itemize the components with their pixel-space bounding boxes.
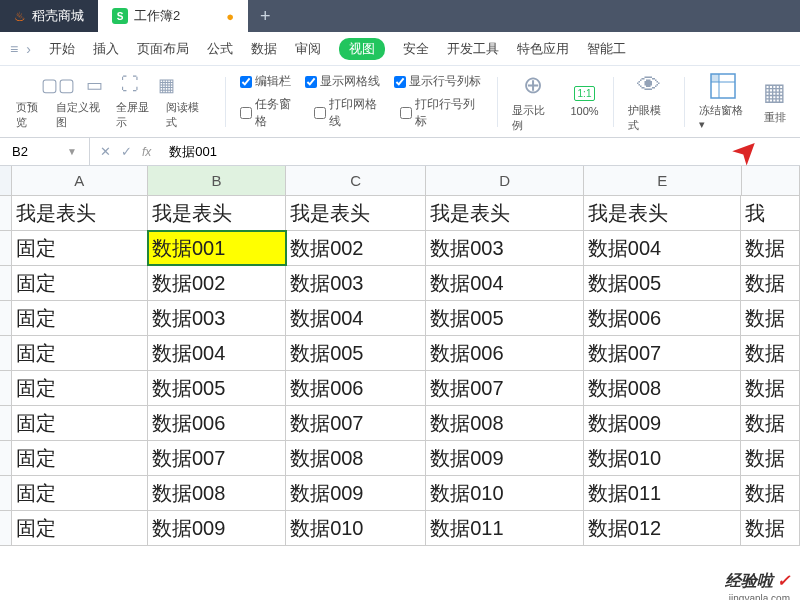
cell[interactable]: 数据008 — [286, 441, 426, 475]
cell[interactable]: 数据011 — [584, 476, 742, 510]
cell[interactable]: 数据008 — [584, 371, 742, 405]
cell[interactable]: 固定 — [12, 511, 148, 545]
cell[interactable]: 数据007 — [148, 441, 286, 475]
cell[interactable]: 数据010 — [286, 511, 426, 545]
cell[interactable]: 数据 — [741, 511, 800, 545]
cell[interactable]: 数据005 — [426, 301, 584, 335]
menu-layout[interactable]: 页面布局 — [137, 40, 189, 58]
cell[interactable]: 数据004 — [148, 336, 286, 370]
page-preview-icon[interactable]: ▢▢ — [46, 74, 70, 96]
cell[interactable]: 数据006 — [584, 301, 742, 335]
cell[interactable]: 固定 — [12, 406, 148, 440]
cell[interactable]: 固定 — [12, 231, 148, 265]
cell[interactable]: 我是表头 — [148, 196, 286, 230]
cell[interactable]: 数据003 — [148, 301, 286, 335]
eye-mode-button[interactable]: 👁 护眼模式 — [622, 71, 676, 133]
cell[interactable]: 数据003 — [426, 231, 584, 265]
cell[interactable]: 固定 — [12, 441, 148, 475]
row-header[interactable] — [0, 266, 12, 300]
freeze-panes-button[interactable]: 冻结窗格▾ — [693, 73, 753, 131]
row-header[interactable] — [0, 231, 12, 265]
cell[interactable]: 固定 — [12, 266, 148, 300]
cell[interactable]: 我是表头 — [584, 196, 742, 230]
cell[interactable]: 数据009 — [426, 441, 584, 475]
cell[interactable]: 数据009 — [286, 476, 426, 510]
menu-devtools[interactable]: 开发工具 — [447, 40, 499, 58]
menu-security[interactable]: 安全 — [403, 40, 429, 58]
cell[interactable]: 数据007 — [584, 336, 742, 370]
col-header-a[interactable]: A — [12, 166, 148, 195]
chk-print-grid[interactable]: 打印网格线 — [314, 96, 386, 130]
cell[interactable]: 数据005 — [148, 371, 286, 405]
row-header[interactable] — [0, 406, 12, 440]
fullscreen-icon[interactable]: ⛶ — [118, 74, 142, 96]
menu-special[interactable]: 特色应用 — [517, 40, 569, 58]
reading-mode-icon[interactable]: ▦ — [154, 74, 178, 96]
cell[interactable]: 数据010 — [584, 441, 742, 475]
cell[interactable]: 数据009 — [584, 406, 742, 440]
cell[interactable]: 数据 — [741, 406, 800, 440]
cell[interactable]: 数据 — [741, 371, 800, 405]
formula-input[interactable] — [161, 144, 800, 159]
cell[interactable]: 数据 — [741, 266, 800, 300]
cell[interactable]: 我是表头 — [12, 196, 148, 230]
menu-insert[interactable]: 插入 — [93, 40, 119, 58]
menu-view[interactable]: 视图 — [339, 38, 385, 60]
row-header[interactable] — [0, 511, 12, 545]
cell[interactable]: 数据008 — [148, 476, 286, 510]
cell[interactable]: 数据008 — [426, 406, 584, 440]
col-header-e[interactable]: E — [584, 166, 742, 195]
menu-smart[interactable]: 智能工 — [587, 40, 626, 58]
tab-add[interactable]: + — [248, 0, 283, 32]
cell[interactable]: 我 — [741, 196, 800, 230]
cell[interactable]: 数据001 — [148, 231, 286, 265]
cell[interactable]: 固定 — [12, 371, 148, 405]
row-header[interactable] — [0, 336, 12, 370]
chk-formula-bar[interactable]: 编辑栏 — [240, 73, 291, 90]
cell[interactable]: 数据002 — [286, 231, 426, 265]
chk-print-head[interactable]: 打印行号列标 — [400, 96, 483, 130]
chk-gridlines[interactable]: 显示网格线 — [305, 73, 380, 90]
cell[interactable]: 我是表头 — [426, 196, 584, 230]
cell[interactable]: 固定 — [12, 301, 148, 335]
cell[interactable]: 数据004 — [426, 266, 584, 300]
chk-headings[interactable]: 显示行号列标 — [394, 73, 481, 90]
menu-data[interactable]: 数据 — [251, 40, 277, 58]
cell[interactable]: 数据012 — [584, 511, 742, 545]
cell[interactable]: 数据005 — [286, 336, 426, 370]
rearrange-button[interactable]: ▦ 重排 — [757, 78, 792, 125]
cell[interactable]: 我是表头 — [286, 196, 426, 230]
chk-taskpane[interactable]: 任务窗格 — [240, 96, 300, 130]
cell[interactable]: 数据011 — [426, 511, 584, 545]
tab-workbook[interactable]: S 工作簿2 ● — [98, 0, 248, 32]
cell[interactable]: 数据006 — [426, 336, 584, 370]
cell[interactable]: 数据010 — [426, 476, 584, 510]
menu-formula[interactable]: 公式 — [207, 40, 233, 58]
row-header[interactable] — [0, 476, 12, 510]
fx-label[interactable]: fx — [142, 145, 151, 159]
row-header[interactable] — [0, 441, 12, 475]
cell[interactable]: 数据 — [741, 231, 800, 265]
menu-icon[interactable]: ≡ — [10, 41, 18, 57]
cell[interactable]: 固定 — [12, 476, 148, 510]
chevron-icon[interactable]: › — [26, 41, 31, 57]
cell[interactable]: 数据005 — [584, 266, 742, 300]
name-box[interactable]: B2 ▼ — [0, 138, 90, 165]
cell[interactable]: 数据 — [741, 336, 800, 370]
confirm-icon[interactable]: ✓ — [121, 144, 132, 159]
cell[interactable]: 数据003 — [286, 266, 426, 300]
col-header-c[interactable]: C — [286, 166, 426, 195]
cell[interactable]: 数据007 — [286, 406, 426, 440]
zoom-100-button[interactable]: 1:1 100% — [564, 86, 604, 117]
col-header-d[interactable]: D — [426, 166, 584, 195]
menu-review[interactable]: 审阅 — [295, 40, 321, 58]
tab-store[interactable]: ♨ 稻壳商城 — [0, 0, 98, 32]
custom-view-icon[interactable]: ▭ — [82, 74, 106, 96]
cell[interactable]: 数据002 — [148, 266, 286, 300]
row-header[interactable] — [0, 196, 12, 230]
cell[interactable]: 数据 — [741, 476, 800, 510]
cancel-icon[interactable]: ✕ — [100, 144, 111, 159]
zoom-button[interactable]: ⊕ 显示比例 — [506, 71, 560, 133]
cell[interactable]: 数据004 — [286, 301, 426, 335]
cell[interactable]: 数据007 — [426, 371, 584, 405]
